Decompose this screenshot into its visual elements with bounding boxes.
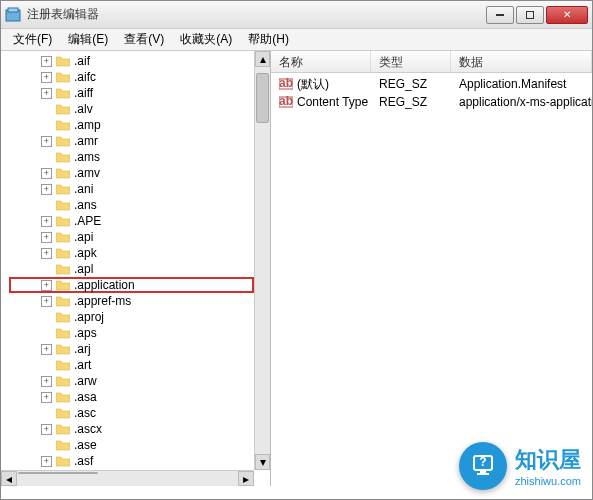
tree-label: .ascx [74,422,102,436]
tree-label: .api [74,230,93,244]
column-type[interactable]: 类型 [371,51,451,72]
tree-item[interactable]: +.ani [9,181,254,197]
tree-item[interactable]: +.APE [9,213,254,229]
tree-item[interactable]: +.ascx [9,421,254,437]
tree-label: .apl [74,262,93,276]
folder-icon [56,328,70,339]
expander-icon[interactable]: + [41,232,52,243]
svg-text:ab: ab [279,95,293,108]
expander-icon[interactable]: + [41,424,52,435]
tree-item[interactable]: +.amr [9,133,254,149]
expander-icon[interactable]: + [41,456,52,467]
tree-item[interactable]: +.aifc [9,69,254,85]
tree-label: .art [74,358,91,372]
window-title: 注册表编辑器 [27,6,484,23]
scroll-thumb[interactable] [18,472,98,474]
expander-icon [41,328,52,339]
folder-icon [56,248,70,259]
menu-help[interactable]: 帮助(H) [240,29,297,50]
tree-item[interactable]: +.asa [9,389,254,405]
tree-item[interactable]: .aproj [9,309,254,325]
tree-pane: +.aif+.aifc+.aiff.alv.amp+.amr.ams+.amv+… [1,51,271,486]
tree-label: .application [74,278,135,292]
tree-label: .amv [74,166,100,180]
tree-item[interactable]: .amp [9,117,254,133]
expander-icon[interactable]: + [41,376,52,387]
string-value-icon: ab [279,77,293,91]
folder-icon [56,296,70,307]
tree-label: .ans [74,198,97,212]
scroll-right-icon[interactable]: ▸ [238,471,254,486]
column-data[interactable]: 数据 [451,51,592,72]
folder-icon [56,200,70,211]
expander-icon[interactable]: + [41,168,52,179]
expander-icon[interactable]: + [41,184,52,195]
tree-vscroll[interactable]: ▴ ▾ [254,51,270,470]
tree-item[interactable]: .asc [9,405,254,421]
menu-edit[interactable]: 编辑(E) [60,29,116,50]
tree-label: .amp [74,118,101,132]
tree-item[interactable]: .ase [9,437,254,453]
expander-icon[interactable]: + [41,296,52,307]
tree-hscroll[interactable]: ◂ ▸ [1,470,254,486]
tree-label: .alv [74,102,93,116]
minimize-button[interactable] [486,6,514,24]
menu-view[interactable]: 查看(V) [116,29,172,50]
tree-label: .ase [74,438,97,452]
expander-icon [41,360,52,371]
folder-icon [56,120,70,131]
close-button[interactable]: ✕ [546,6,588,24]
scroll-up-icon[interactable]: ▴ [255,51,270,67]
folder-icon [56,232,70,243]
tree-item[interactable]: .ans [9,197,254,213]
tree-item[interactable]: +.arw [9,373,254,389]
expander-icon [41,264,52,275]
list-row[interactable]: abContent TypeREG_SZapplication/x-ms-app… [271,93,592,111]
tree-item[interactable]: +.aif [9,53,254,69]
tree-item[interactable]: +.arj [9,341,254,357]
svg-text:ab: ab [279,77,293,90]
tree-item[interactable]: +.amv [9,165,254,181]
tree-item[interactable]: +.asf [9,453,254,469]
folder-icon [56,440,70,451]
expander-icon[interactable]: + [41,72,52,83]
value-data: Application.Manifest [451,77,592,91]
expander-icon[interactable]: + [41,136,52,147]
folder-icon [56,408,70,419]
tree-item[interactable]: +.api [9,229,254,245]
tree-item[interactable]: .apl [9,261,254,277]
expander-icon[interactable]: + [41,216,52,227]
expander-icon[interactable]: + [41,392,52,403]
folder-icon [56,456,70,467]
expander-icon [41,104,52,115]
scroll-down-icon[interactable]: ▾ [255,454,270,470]
tree-item[interactable]: .ams [9,149,254,165]
tree-label: .aiff [74,86,93,100]
tree-label: .aps [74,326,97,340]
expander-icon[interactable]: + [41,344,52,355]
tree-label: .ams [74,150,100,164]
column-name[interactable]: 名称 [271,51,371,72]
tree-item[interactable]: .alv [9,101,254,117]
tree-item[interactable]: +.apk [9,245,254,261]
expander-icon[interactable]: + [41,88,52,99]
expander-icon[interactable]: + [41,56,52,67]
tree-label: .amr [74,134,98,148]
menu-favorites[interactable]: 收藏夹(A) [172,29,240,50]
tree-item[interactable]: .art [9,357,254,373]
expander-icon[interactable]: + [41,248,52,259]
tree-item[interactable]: .aps [9,325,254,341]
scroll-left-icon[interactable]: ◂ [1,471,17,486]
app-icon [5,7,21,23]
folder-icon [56,104,70,115]
tree-item[interactable]: +.application [9,277,254,293]
maximize-button[interactable] [516,6,544,24]
menu-file[interactable]: 文件(F) [5,29,60,50]
list-row[interactable]: ab(默认)REG_SZApplication.Manifest [271,75,592,93]
tree-item[interactable]: +.aiff [9,85,254,101]
tree-item[interactable]: +.appref-ms [9,293,254,309]
folder-icon [56,88,70,99]
scroll-thumb[interactable] [256,73,269,123]
expander-icon[interactable]: + [41,280,52,291]
value-data: application/x-ms-application [451,95,592,109]
